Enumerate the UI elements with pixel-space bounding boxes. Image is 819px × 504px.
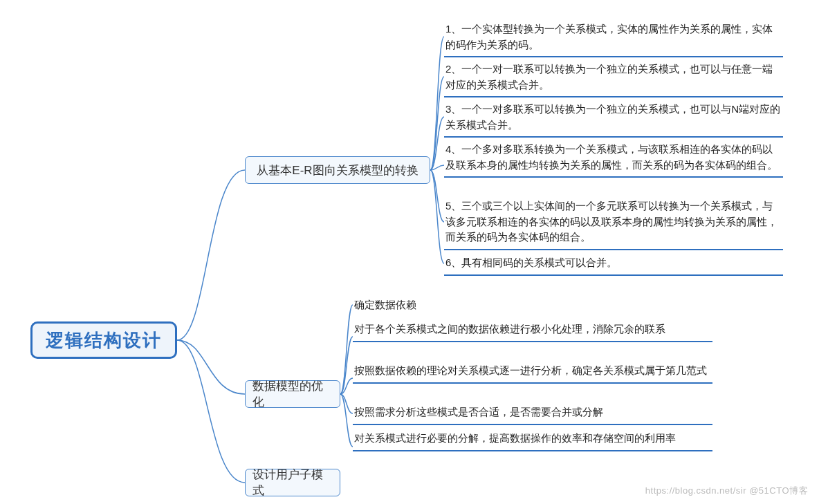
branch-er-label: 从基本E-R图向关系模型的转换: [257, 162, 418, 178]
er-leaf-5: 5、三个或三个以上实体间的一个多元联系可以转换为一个关系模式，与该多元联系相连的…: [444, 196, 783, 250]
opt-leaf-4: 按照需求分析这些模式是否合适，是否需要合并或分解: [353, 402, 712, 425]
branch-opt[interactable]: 数据模型的优化: [245, 380, 340, 408]
er-leaf-2: 2、一个一对一联系可以转换为一个独立的关系模式，也可以与任意一端对应的关系模式合…: [444, 59, 783, 97]
branch-opt-label: 数据模型的优化: [252, 378, 333, 410]
opt-leaf-1: 确定数据依赖: [353, 295, 712, 317]
opt-leaf-2: 对于各个关系模式之间的数据依赖进行极小化处理，消除冗余的联系: [353, 319, 712, 342]
er-leaf-4: 4、一个多对多联系转换为一个关系模式，与该联系相连的各实体的码以及联系本身的属性…: [444, 140, 783, 178]
er-leaf-3: 3、一个一对多联系可以转换为一个独立的关系模式，也可以与N端对应的关系模式合并。: [444, 100, 783, 138]
er-leaf-1: 1、一个实体型转换为一个关系模式，实体的属性作为关系的属性，实体的码作为关系的码…: [444, 19, 783, 57]
watermark: https://blog.csdn.net/sir @51CTO博客: [645, 485, 808, 497]
er-leaf-6: 6、具有相同码的关系模式可以合并。: [444, 253, 783, 276]
branch-subschema[interactable]: 设计用户子模式: [245, 469, 340, 496]
root-label: 逻辑结构设计: [46, 328, 162, 353]
branch-subschema-label: 设计用户子模式: [252, 467, 333, 498]
root-node[interactable]: 逻辑结构设计: [30, 321, 177, 359]
opt-leaf-5: 对关系模式进行必要的分解，提高数据操作的效率和存储空间的利用率: [353, 429, 712, 451]
opt-leaf-3: 按照数据依赖的理论对关系模式逐一进行分析，确定各关系模式属于第几范式: [353, 361, 712, 384]
branch-er[interactable]: 从基本E-R图向关系模型的转换: [245, 156, 430, 184]
